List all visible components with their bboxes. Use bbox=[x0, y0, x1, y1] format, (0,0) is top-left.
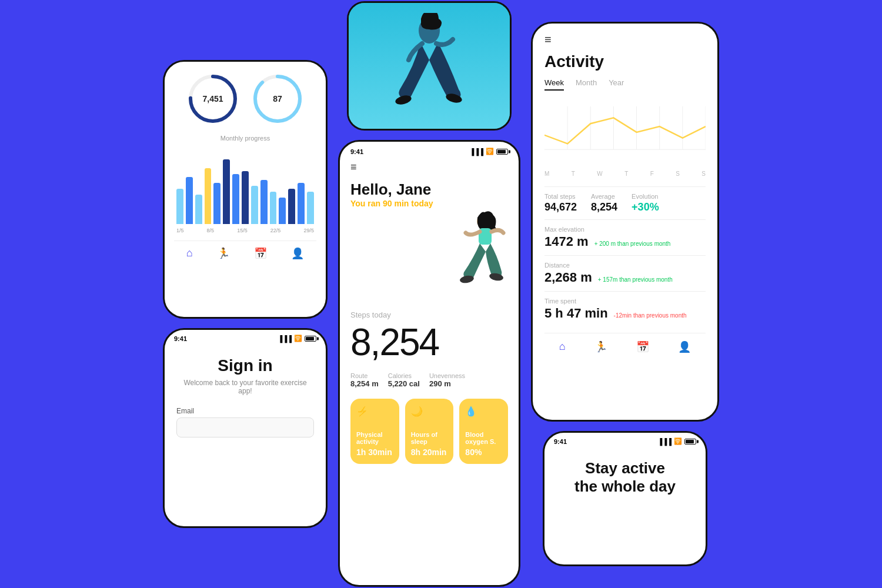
card2-title: Hours of sleep bbox=[411, 431, 448, 445]
bar bbox=[251, 186, 258, 224]
distance-label: Distance bbox=[544, 262, 706, 269]
bar bbox=[223, 159, 230, 224]
wifi-icon: 🛜 bbox=[674, 437, 682, 445]
total-steps-metric: Total steps 94,672 bbox=[544, 193, 577, 213]
oxygen-card[interactable]: 💧 Blood oxygen S. 80% bbox=[459, 399, 508, 464]
email-label: Email bbox=[176, 407, 314, 415]
bar bbox=[205, 168, 212, 224]
bar bbox=[307, 192, 314, 224]
evolution-metric: Evolution +30% bbox=[632, 193, 659, 213]
average-metric: Average 8,254 bbox=[591, 193, 617, 213]
status-icons: ▐▐▐ 🛜 bbox=[470, 148, 508, 155]
bar bbox=[242, 171, 249, 224]
time-display: 9:41 bbox=[174, 335, 187, 342]
distance-metric-row: Distance 2,268 m + 157m than previous mo… bbox=[544, 255, 706, 291]
calendar-icon[interactable]: 📅 bbox=[254, 247, 267, 260]
ran-minutes: 90 min bbox=[383, 199, 409, 208]
ran-prefix: You ran bbox=[350, 199, 383, 208]
stayactive-status-bar: 9:41 ▐▐▐ 🛜 bbox=[544, 433, 706, 447]
calories-label: Calories bbox=[388, 372, 420, 379]
runner-illustration bbox=[359, 13, 500, 119]
battery-icon bbox=[496, 149, 508, 155]
run-nav-icon[interactable]: 🏃 bbox=[594, 340, 607, 353]
bar bbox=[186, 177, 193, 224]
bar bbox=[270, 192, 277, 224]
tab-week[interactable]: Week bbox=[544, 78, 564, 91]
time-main: 5 h 47 min -12min than previous month bbox=[544, 306, 706, 321]
wifi-icon: 🛜 bbox=[486, 148, 494, 155]
bar bbox=[195, 195, 202, 224]
bar bbox=[213, 183, 220, 224]
phone-signin: 9:41 ▐▐▐ 🛜 Sign in Welcome back to your … bbox=[163, 328, 328, 528]
evolution-value: +30% bbox=[632, 201, 659, 213]
distance-diff: + 157m than previous month bbox=[598, 276, 673, 283]
tab-year[interactable]: Year bbox=[609, 78, 624, 91]
sleep-card[interactable]: 🌙 Hours of sleep 8h 20min bbox=[405, 399, 454, 464]
bar bbox=[279, 198, 286, 224]
date-label: 22/5 bbox=[270, 228, 281, 233]
main-status-bar: 9:41 ▐▐▐ 🛜 bbox=[340, 142, 519, 159]
time-display: 9:41 bbox=[350, 148, 363, 155]
activity-chart bbox=[544, 100, 706, 159]
card1-value: 1h 30min bbox=[356, 447, 393, 457]
activity-icon: ⚡ bbox=[356, 406, 393, 417]
distance-main: 2,268 m + 157m than previous month bbox=[544, 270, 706, 285]
battery-icon bbox=[305, 336, 316, 342]
activity-bottom-nav: ⌂ 🏃 📅 👤 bbox=[544, 333, 706, 353]
runner-avatar-svg bbox=[432, 211, 514, 287]
status-icons: ▐▐▐ 🛜 bbox=[658, 437, 696, 445]
day-t2: T bbox=[624, 171, 628, 177]
day-f: F bbox=[650, 171, 654, 177]
total-steps-value: 94,672 bbox=[544, 201, 577, 213]
date-label: 15/5 bbox=[237, 228, 248, 233]
tab-month[interactable]: Month bbox=[576, 78, 597, 91]
calories-stat: Calories 5,220 cal bbox=[388, 372, 420, 388]
route-label: Route bbox=[350, 372, 379, 379]
unevenness-value: 290 m bbox=[429, 379, 465, 388]
bar bbox=[298, 183, 305, 224]
activity-tabs: Week Month Year bbox=[544, 78, 706, 91]
card1-title: Physical activity bbox=[356, 431, 393, 445]
runner-background bbox=[349, 3, 510, 129]
ran-info: You ran 90 min today bbox=[350, 199, 508, 208]
elevation-label: Max elevation bbox=[544, 226, 706, 233]
person-icon[interactable]: 👤 bbox=[291, 247, 304, 260]
email-input[interactable] bbox=[176, 417, 314, 437]
phone-main: 9:41 ▐▐▐ 🛜 ≡ Hello, Jane You ran 90 min … bbox=[338, 140, 520, 587]
phone-runner bbox=[347, 1, 512, 131]
hamburger-menu[interactable]: ≡ bbox=[350, 161, 508, 173]
activity-screen: ≡ Activity Week Month Year bbox=[533, 24, 717, 420]
distance-value: 2,268 m bbox=[544, 270, 592, 285]
unevenness-stat: Unevenness 290 m bbox=[429, 372, 465, 388]
average-label: Average bbox=[591, 193, 617, 200]
ring-score: 87 bbox=[251, 72, 304, 125]
time-label: Time spent bbox=[544, 298, 706, 305]
run-icon[interactable]: 🏃 bbox=[217, 247, 230, 260]
elevation-value: 1472 m bbox=[544, 234, 589, 249]
main-screen-content: ≡ Hello, Jane You ran 90 min today bbox=[340, 159, 519, 464]
calendar-nav-icon[interactable]: 📅 bbox=[636, 340, 649, 353]
person-nav-icon[interactable]: 👤 bbox=[678, 340, 691, 353]
steps-count: 8,254 bbox=[350, 320, 508, 364]
signin-title: Sign in bbox=[176, 356, 314, 375]
home-icon[interactable]: ⌂ bbox=[186, 247, 193, 260]
time-display: 9:41 bbox=[554, 438, 567, 445]
card2-value: 8h 20min bbox=[411, 447, 448, 457]
bar bbox=[260, 180, 268, 224]
steps-ring-value: 7,451 bbox=[202, 94, 223, 103]
physical-activity-card[interactable]: ⚡ Physical activity 1h 30min bbox=[350, 399, 399, 464]
bar bbox=[232, 174, 239, 224]
signin-content: Sign in Welcome back to your favorite ex… bbox=[165, 345, 326, 449]
signal-icon: ▐▐▐ bbox=[278, 335, 292, 342]
evolution-label: Evolution bbox=[632, 193, 659, 200]
stats-row: Route 8,254 m Calories 5,220 cal Unevenn… bbox=[350, 372, 508, 388]
activity-menu-icon[interactable]: ≡ bbox=[544, 33, 706, 46]
stay-active-title: Stay activethe whole day bbox=[559, 459, 691, 496]
bar-chart bbox=[174, 148, 316, 224]
day-m: M bbox=[544, 171, 549, 177]
signal-icon: ▐▐▐ bbox=[470, 148, 483, 155]
home-nav-icon[interactable]: ⌂ bbox=[559, 340, 566, 353]
day-s: S bbox=[676, 171, 680, 177]
elevation-main: 1472 m + 200 m than previous month bbox=[544, 234, 706, 249]
phone-dashboard: 7,451 87 Monthly progress bbox=[163, 60, 328, 319]
